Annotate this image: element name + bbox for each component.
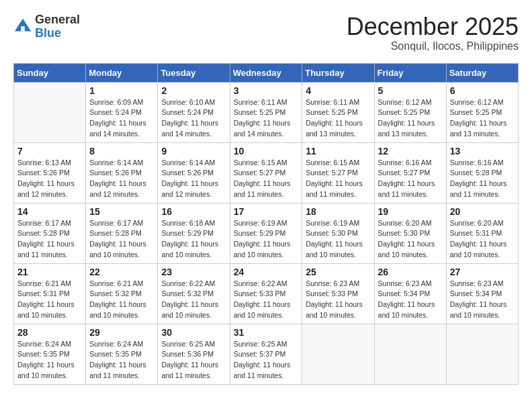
day-detail: Sunrise: 6:18 AMSunset: 5:29 PMDaylight:… [161,218,226,261]
day-detail: Sunrise: 6:24 AMSunset: 5:35 PMDaylight:… [89,339,154,381]
day-number: 25 [306,267,370,277]
calendar-cell: 7Sunrise: 6:13 AMSunset: 5:26 PMDaylight… [14,142,86,203]
day-detail: Sunrise: 6:10 AMSunset: 5:24 PMDaylight:… [161,97,226,140]
day-number: 11 [306,146,370,156]
calendar-cell: 2Sunrise: 6:10 AMSunset: 5:24 PMDaylight… [158,82,230,142]
calendar-cell: 12Sunrise: 6:16 AMSunset: 5:27 PMDayligh… [374,142,446,203]
calendar-cell: 23Sunrise: 6:22 AMSunset: 5:32 PMDayligh… [158,263,230,324]
day-detail: Sunrise: 6:23 AMSunset: 5:34 PMDaylight:… [450,279,515,321]
day-number: 3 [234,85,299,96]
calendar-cell: 20Sunrise: 6:20 AMSunset: 5:31 PMDayligh… [446,203,518,263]
day-detail: Sunrise: 6:21 AMSunset: 5:32 PMDaylight:… [89,279,154,321]
day-detail: Sunrise: 6:19 AMSunset: 5:30 PMDaylight:… [306,218,370,261]
day-number: 28 [17,327,82,338]
day-number: 2 [161,85,226,96]
calendar-cell: 14Sunrise: 6:17 AMSunset: 5:28 PMDayligh… [14,203,86,263]
day-number: 26 [378,267,443,277]
day-number: 10 [234,146,299,156]
calendar-cell: 3Sunrise: 6:11 AMSunset: 5:25 PMDaylight… [230,82,302,142]
day-number: 14 [17,206,82,217]
day-number: 13 [450,146,515,156]
day-number: 27 [450,267,515,277]
calendar-week-row: 7Sunrise: 6:13 AMSunset: 5:26 PMDaylight… [14,142,519,203]
day-detail: Sunrise: 6:21 AMSunset: 5:31 PMDaylight:… [17,279,82,321]
weekday-header-wednesday: Wednesday [230,63,302,82]
calendar-week-row: 28Sunrise: 6:24 AMSunset: 5:35 PMDayligh… [14,324,519,384]
day-number: 12 [378,146,443,156]
day-detail: Sunrise: 6:14 AMSunset: 5:26 PMDaylight:… [161,158,226,200]
header: General Blue December 2025 Sonquil, Iloc… [13,13,519,52]
calendar-cell: 22Sunrise: 6:21 AMSunset: 5:32 PMDayligh… [86,263,158,324]
calendar-week-row: 1Sunrise: 6:09 AMSunset: 5:24 PMDaylight… [14,82,519,142]
day-number: 29 [89,327,154,338]
calendar-cell: 1Sunrise: 6:09 AMSunset: 5:24 PMDaylight… [86,82,158,142]
day-detail: Sunrise: 6:13 AMSunset: 5:26 PMDaylight:… [17,158,82,200]
day-number: 7 [17,146,82,156]
calendar-cell [302,324,374,384]
day-number: 4 [306,85,370,96]
location-title: Sonquil, Ilocos, Philippines [347,40,519,52]
day-detail: Sunrise: 6:16 AMSunset: 5:27 PMDaylight:… [378,158,443,200]
day-detail: Sunrise: 6:23 AMSunset: 5:33 PMDaylight:… [306,279,370,321]
day-number: 15 [89,206,154,217]
title-area: December 2025 Sonquil, Ilocos, Philippin… [347,13,519,52]
day-number: 8 [89,146,154,156]
day-number: 6 [450,85,515,96]
day-detail: Sunrise: 6:15 AMSunset: 5:27 PMDaylight:… [234,158,299,200]
day-number: 24 [234,267,299,277]
day-number: 9 [161,146,226,156]
day-number: 30 [161,327,226,338]
calendar-cell [374,324,446,384]
day-detail: Sunrise: 6:17 AMSunset: 5:28 PMDaylight:… [17,218,82,261]
logo: General Blue [13,13,80,40]
day-detail: Sunrise: 6:11 AMSunset: 5:25 PMDaylight:… [306,97,370,140]
day-number: 1 [89,85,154,96]
calendar-cell: 18Sunrise: 6:19 AMSunset: 5:30 PMDayligh… [302,203,374,263]
calendar-cell: 30Sunrise: 6:25 AMSunset: 5:36 PMDayligh… [158,324,230,384]
calendar-cell: 10Sunrise: 6:15 AMSunset: 5:27 PMDayligh… [230,142,302,203]
calendar-cell: 29Sunrise: 6:24 AMSunset: 5:35 PMDayligh… [86,324,158,384]
logo-blue: Blue [35,27,80,40]
calendar-cell: 8Sunrise: 6:14 AMSunset: 5:26 PMDaylight… [86,142,158,203]
calendar-cell: 21Sunrise: 6:21 AMSunset: 5:31 PMDayligh… [14,263,86,324]
day-detail: Sunrise: 6:09 AMSunset: 5:24 PMDaylight:… [89,97,154,140]
weekday-header-tuesday: Tuesday [158,63,230,82]
weekday-header-monday: Monday [86,63,158,82]
weekday-header-row: SundayMondayTuesdayWednesdayThursdayFrid… [14,63,519,82]
calendar-cell: 26Sunrise: 6:23 AMSunset: 5:34 PMDayligh… [374,263,446,324]
day-number: 23 [161,267,226,277]
day-detail: Sunrise: 6:17 AMSunset: 5:28 PMDaylight:… [89,218,154,261]
day-detail: Sunrise: 6:20 AMSunset: 5:30 PMDaylight:… [378,218,443,261]
day-detail: Sunrise: 6:15 AMSunset: 5:27 PMDaylight:… [306,158,370,200]
calendar-cell: 28Sunrise: 6:24 AMSunset: 5:35 PMDayligh… [14,324,86,384]
calendar-cell: 11Sunrise: 6:15 AMSunset: 5:27 PMDayligh… [302,142,374,203]
day-number: 18 [306,206,370,217]
day-number: 16 [161,206,226,217]
calendar-cell: 13Sunrise: 6:16 AMSunset: 5:28 PMDayligh… [446,142,518,203]
day-detail: Sunrise: 6:12 AMSunset: 5:25 PMDaylight:… [450,97,515,140]
calendar-cell: 19Sunrise: 6:20 AMSunset: 5:30 PMDayligh… [374,203,446,263]
calendar-week-row: 14Sunrise: 6:17 AMSunset: 5:28 PMDayligh… [14,203,519,263]
day-detail: Sunrise: 6:11 AMSunset: 5:25 PMDaylight:… [234,97,299,140]
calendar-cell: 16Sunrise: 6:18 AMSunset: 5:29 PMDayligh… [158,203,230,263]
weekday-header-sunday: Sunday [14,63,86,82]
calendar-cell: 24Sunrise: 6:22 AMSunset: 5:33 PMDayligh… [230,263,302,324]
day-detail: Sunrise: 6:19 AMSunset: 5:29 PMDaylight:… [234,218,299,261]
day-detail: Sunrise: 6:25 AMSunset: 5:37 PMDaylight:… [234,339,299,381]
calendar-cell: 5Sunrise: 6:12 AMSunset: 5:25 PMDaylight… [374,82,446,142]
calendar-cell: 15Sunrise: 6:17 AMSunset: 5:28 PMDayligh… [86,203,158,263]
calendar-cell: 17Sunrise: 6:19 AMSunset: 5:29 PMDayligh… [230,203,302,263]
day-detail: Sunrise: 6:23 AMSunset: 5:34 PMDaylight:… [378,279,443,321]
logo-icon [13,17,32,36]
calendar-cell: 6Sunrise: 6:12 AMSunset: 5:25 PMDaylight… [446,82,518,142]
day-detail: Sunrise: 6:12 AMSunset: 5:25 PMDaylight:… [378,97,443,140]
weekday-header-thursday: Thursday [302,63,374,82]
day-detail: Sunrise: 6:14 AMSunset: 5:26 PMDaylight:… [89,158,154,200]
calendar-cell: 4Sunrise: 6:11 AMSunset: 5:25 PMDaylight… [302,82,374,142]
calendar-cell: 9Sunrise: 6:14 AMSunset: 5:26 PMDaylight… [158,142,230,203]
calendar-cell [14,82,86,142]
day-detail: Sunrise: 6:22 AMSunset: 5:33 PMDaylight:… [234,279,299,321]
calendar-week-row: 21Sunrise: 6:21 AMSunset: 5:31 PMDayligh… [14,263,519,324]
day-detail: Sunrise: 6:20 AMSunset: 5:31 PMDaylight:… [450,218,515,261]
day-number: 19 [378,206,443,217]
